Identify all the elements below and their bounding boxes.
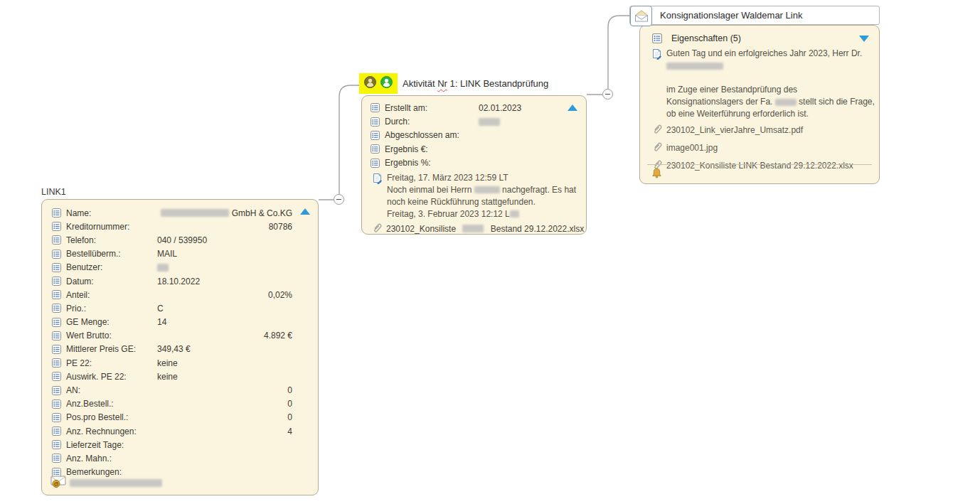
activity-topic-title[interactable]: Aktivität Nr 1: LINK Bestandprüfung [403, 78, 548, 89]
field-list-icon [52, 400, 61, 409]
text-segment: im Zuge einer Bestandprüfung des [666, 84, 797, 96]
redacted-text [479, 118, 500, 126]
field-value-text: MAIL [157, 249, 177, 259]
field-value: 4 [157, 427, 292, 436]
activity-topic-header[interactable]: Aktivität Nr 1: LINK Bestandprüfung [359, 73, 548, 94]
attachment-link[interactable]: 230102_Konsiliste Bestand 29.12.2022.xls… [362, 222, 586, 235]
field-list-icon [52, 372, 61, 381]
konsi-node[interactable]: Eigenschaften (5) Guten Tag und ein erfo… [639, 25, 880, 184]
link1-node[interactable]: Name:GmbH & Co.KGKreditornummer:80786Tel… [41, 199, 319, 495]
link1-topic-title[interactable]: LINK1 [41, 187, 66, 197]
field-value-text: keine [157, 372, 178, 382]
field-row[interactable]: Durch: [371, 114, 569, 128]
field-row[interactable]: Ergebnis %: [371, 156, 569, 170]
field-row[interactable]: Ergebnis €: [371, 142, 569, 156]
konsi-properties-row[interactable]: Eigenschaften (5) [640, 26, 879, 43]
collapse-toggle-link1[interactable] [334, 194, 344, 205]
collapse-arrow-up-icon[interactable] [568, 104, 577, 111]
field-value: GmbH & Co.KG [157, 208, 292, 218]
attachment-link[interactable]: image001.jpg [640, 140, 879, 156]
field-list-icon [371, 103, 380, 112]
field-label: Abgeschlossen am: [385, 130, 479, 140]
person-icon-green[interactable] [380, 76, 393, 91]
redacted-email-text [70, 479, 162, 487]
attachment-link[interactable]: 230102_Link_vierJahre_Umsatz.pdf [640, 122, 879, 138]
field-list-icon [52, 386, 61, 395]
redacted-text [462, 225, 484, 232]
field-row[interactable]: Mittlerer Preis GE:349,43 € [52, 343, 292, 356]
field-row[interactable]: Datum:18.10.2022 [52, 274, 292, 288]
field-row[interactable]: Anz. Rechnungen:4 [52, 424, 292, 438]
field-label: Anz.Bestell.: [66, 399, 157, 409]
field-value: keine [157, 372, 292, 382]
redacted-text [157, 264, 169, 272]
field-list-icon [52, 222, 61, 231]
text-segment: Guten Tag und ein erfolgreiches Jahr 202… [666, 48, 862, 60]
title-part: Aktivität [403, 78, 437, 89]
field-row[interactable]: Wert Brutto:4.892 € [52, 329, 292, 343]
title-part: 1: LINK Bestandprüfung [447, 78, 548, 89]
field-row[interactable]: Pos.pro Bestell.:0 [52, 411, 292, 424]
konsi-footer [647, 164, 872, 183]
field-row[interactable]: Kreditornummer:80786 [52, 220, 292, 233]
redacted-text [510, 210, 519, 218]
field-row[interactable]: PE 22:keine [52, 356, 292, 370]
field-label: Anz. Rechnungen: [66, 427, 157, 436]
field-row[interactable]: Anz. Mahn.: [52, 451, 292, 465]
attachment-name: 230102_Link_vierJahre_Umsatz.pdf [666, 125, 803, 135]
field-list-icon [371, 159, 380, 168]
bell-icon[interactable] [652, 168, 661, 181]
field-value: 0,02% [157, 290, 292, 300]
field-row[interactable]: Anz.Bestell.:0 [52, 397, 292, 411]
text-segment: stellt sich die Frage, [797, 96, 875, 108]
redacted-text [666, 63, 723, 70]
field-list-icon [52, 208, 61, 218]
minus-icon [336, 199, 341, 200]
text-segment: Bestand 29.12.2022.xlsx [488, 224, 584, 234]
note-icon [651, 48, 662, 63]
field-value: C [157, 304, 292, 313]
field-value: 0 [157, 412, 292, 422]
field-value-text: 18.10.2022 [157, 277, 200, 286]
collapse-arrow-down-icon[interactable] [859, 36, 869, 42]
field-value-text: keine [157, 358, 178, 368]
field-value-text: 0 [287, 399, 292, 409]
field-value-text: 80786 [269, 222, 292, 232]
field-label: Pos.pro Bestell.: [66, 412, 157, 422]
field-label: Bestellüberm.: [66, 249, 157, 259]
collapse-arrow-up-icon[interactable] [300, 208, 310, 215]
field-row[interactable]: Anteil:0,02% [52, 288, 292, 301]
field-value [479, 118, 569, 126]
field-list-icon [52, 454, 61, 463]
field-row[interactable]: AN:0 [52, 383, 292, 397]
activity-node[interactable]: Erstellt am:02.01.2023Durch:Abgeschlosse… [361, 95, 587, 235]
field-row[interactable]: Telefon:040 / 539950 [52, 233, 292, 247]
field-row[interactable]: Abgeschlossen am: [371, 129, 569, 142]
text-segment: ob eine Weiterführung erforderlich ist. [666, 108, 809, 120]
field-row[interactable]: Auswirk. PE 22:keine [52, 370, 292, 383]
field-label: Anteil: [66, 290, 157, 300]
activity-field-list: Erstellt am:02.01.2023Durch:Abgeschlosse… [362, 96, 586, 170]
field-label: Mittlerer Preis GE: [66, 344, 157, 354]
field-list-icon [52, 427, 61, 436]
field-value: 0 [157, 399, 292, 409]
field-row[interactable]: GE Menge:14 [52, 316, 292, 329]
field-list-icon [52, 345, 61, 354]
yellow-highlight [359, 73, 398, 94]
email-link[interactable]: @ [50, 476, 162, 490]
svg-text:@: @ [53, 481, 59, 487]
note-line [666, 72, 875, 84]
field-label: Benutzer: [66, 262, 157, 272]
link1-field-list: Name:GmbH & Co.KGKreditornummer:80786Tel… [42, 200, 318, 479]
konsi-topic-titlebox[interactable]: Konsignationslager Waldemar Link [629, 6, 880, 25]
collapse-toggle-activity[interactable] [602, 89, 613, 100]
field-row[interactable]: Erstellt am:02.01.2023 [371, 101, 569, 114]
field-row[interactable]: Prio.:C [52, 301, 292, 315]
field-row[interactable]: Benutzer: [52, 261, 292, 274]
field-row[interactable]: Lieferzeit Tage: [52, 438, 292, 451]
field-row[interactable]: Bestellüberm.:MAIL [52, 247, 292, 261]
field-row[interactable]: Name:GmbH & Co.KG [52, 206, 292, 220]
envelope-icon[interactable] [630, 6, 652, 26]
text-segment: nachgefragt. Es hat [500, 184, 576, 196]
person-icon-olive[interactable] [364, 76, 376, 91]
